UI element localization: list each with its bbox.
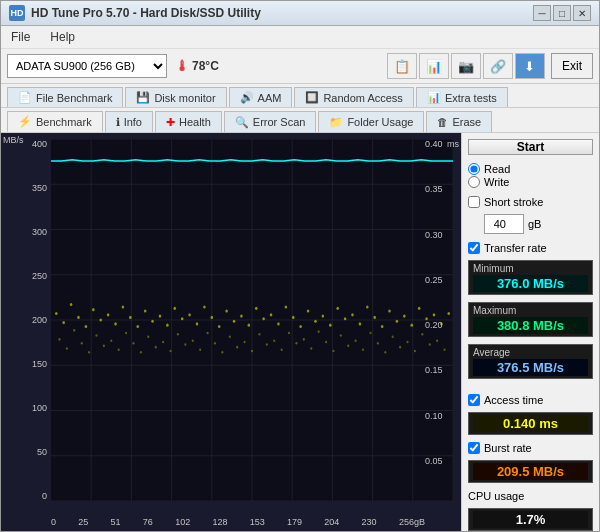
svg-point-36 xyxy=(174,307,177,310)
read-write-group: Read Write xyxy=(468,163,593,188)
tab-info[interactable]: ℹ Info xyxy=(105,111,153,132)
burst-rate-label: Burst rate xyxy=(484,442,532,454)
menu-help[interactable]: Help xyxy=(46,28,79,46)
svg-point-67 xyxy=(403,315,406,318)
sidebar: Start Read Write Short stroke g xyxy=(461,133,599,531)
svg-point-99 xyxy=(244,341,246,344)
svg-point-108 xyxy=(310,347,312,350)
tab-file-benchmark[interactable]: 📄 File Benchmark xyxy=(7,87,123,107)
svg-point-80 xyxy=(103,345,105,348)
toolbar-icons: 📋 📊 📷 🔗 ⬇ Exit xyxy=(387,53,593,79)
transfer-rate-checkbox[interactable] xyxy=(468,242,480,254)
toolbar-icon-5[interactable]: ⬇ xyxy=(515,53,545,79)
toolbar: ADATA SU900 (256 GB) 🌡 78°C 📋 📊 📷 🔗 ⬇ Ex… xyxy=(1,49,599,84)
toolbar-icon-3[interactable]: 📷 xyxy=(451,53,481,79)
svg-point-66 xyxy=(396,320,399,323)
svg-point-102 xyxy=(266,343,268,346)
write-radio[interactable] xyxy=(468,176,480,188)
main-window: HD HD Tune Pro 5.70 - Hard Disk/SSD Util… xyxy=(0,0,600,532)
svg-point-101 xyxy=(258,333,260,336)
svg-point-69 xyxy=(418,307,421,310)
tabs-row-1: 📄 File Benchmark 💾 Disk monitor 🔊 AAM 🔲 … xyxy=(1,84,599,108)
cpu-usage-item: CPU usage xyxy=(468,490,593,502)
tab-folder-usage[interactable]: 📁 Folder Usage xyxy=(318,111,424,132)
close-button[interactable]: ✕ xyxy=(573,5,591,21)
x-label-25: 25 xyxy=(78,517,88,527)
average-value: 376.5 MB/s xyxy=(473,359,588,376)
svg-point-86 xyxy=(147,336,149,339)
svg-point-85 xyxy=(140,351,142,354)
svg-point-42 xyxy=(218,325,221,328)
write-radio-item: Write xyxy=(468,176,593,188)
svg-point-53 xyxy=(299,325,302,328)
tab-erase[interactable]: 🗑 Erase xyxy=(426,111,492,132)
svg-point-59 xyxy=(344,317,347,320)
transfer-rate-item: Transfer rate xyxy=(468,242,593,254)
short-stroke-checkbox[interactable] xyxy=(468,196,480,208)
minimum-stat-box: Minimum 376.0 MB/s xyxy=(468,260,593,295)
svg-point-65 xyxy=(388,309,391,312)
x-label-179: 179 xyxy=(287,517,302,527)
svg-point-94 xyxy=(207,332,209,335)
svg-point-110 xyxy=(325,341,327,344)
x-label-230: 230 xyxy=(362,517,377,527)
exit-button[interactable]: Exit xyxy=(551,53,593,79)
tab-error-scan[interactable]: 🔍 Error Scan xyxy=(224,111,317,132)
window-controls: ─ □ ✕ xyxy=(533,5,591,21)
access-time-checkbox[interactable] xyxy=(468,394,480,406)
maximize-button[interactable]: □ xyxy=(553,5,571,21)
tab-aam[interactable]: 🔊 AAM xyxy=(229,87,293,107)
read-radio[interactable] xyxy=(468,163,480,175)
toolbar-icon-4[interactable]: 🔗 xyxy=(483,53,513,79)
svg-point-58 xyxy=(336,307,339,310)
tab-aam-label: AAM xyxy=(258,92,282,104)
svg-point-60 xyxy=(351,313,354,316)
svg-point-103 xyxy=(273,339,275,342)
svg-point-43 xyxy=(225,309,228,312)
svg-point-91 xyxy=(184,343,186,346)
svg-point-121 xyxy=(406,341,408,344)
y-label-right-025: 0.25 xyxy=(425,275,443,285)
y-label-right-020: 0.20 xyxy=(425,320,443,330)
burst-rate-checkbox[interactable] xyxy=(468,442,480,454)
tab-extra-tests[interactable]: 📊 Extra tests xyxy=(416,87,508,107)
tab-health[interactable]: ✚ Health xyxy=(155,111,222,132)
svg-point-50 xyxy=(277,322,280,325)
short-stroke-label: Short stroke xyxy=(484,196,543,208)
benchmark-chart xyxy=(51,139,453,501)
content-area: MB/s ms 400 350 300 250 200 150 100 50 0… xyxy=(1,133,599,531)
extra-tests-icon: 📊 xyxy=(427,91,441,104)
svg-point-111 xyxy=(332,350,334,353)
short-stroke-input[interactable] xyxy=(484,214,524,234)
tab-benchmark[interactable]: ⚡ Benchmark xyxy=(7,111,103,132)
temperature-display: 🌡 78°C xyxy=(175,58,219,74)
maximum-label: Maximum xyxy=(473,305,588,316)
svg-point-100 xyxy=(251,350,253,353)
start-button[interactable]: Start xyxy=(468,139,593,155)
aam-icon: 🔊 xyxy=(240,91,254,104)
svg-point-105 xyxy=(288,332,290,335)
svg-point-25 xyxy=(92,308,95,311)
svg-point-56 xyxy=(322,315,325,318)
disk-select[interactable]: ADATA SU900 (256 GB) xyxy=(7,54,167,78)
svg-point-21 xyxy=(62,321,65,324)
tab-disk-monitor[interactable]: 💾 Disk monitor xyxy=(125,87,226,107)
temperature-value: 78°C xyxy=(192,59,219,73)
y-label-150: 150 xyxy=(32,359,47,369)
tab-random-access[interactable]: 🔲 Random Access xyxy=(294,87,413,107)
svg-point-97 xyxy=(229,336,231,339)
y-label-350: 350 xyxy=(32,183,47,193)
tab-health-label: Health xyxy=(179,116,211,128)
folder-usage-icon: 📁 xyxy=(329,116,343,129)
svg-point-34 xyxy=(159,315,162,318)
menu-file[interactable]: File xyxy=(7,28,34,46)
toolbar-icon-2[interactable]: 📊 xyxy=(419,53,449,79)
minimize-button[interactable]: ─ xyxy=(533,5,551,21)
maximum-value: 380.8 MB/s xyxy=(473,317,588,334)
svg-point-68 xyxy=(410,324,413,327)
file-benchmark-icon: 📄 xyxy=(18,91,32,104)
toolbar-icon-1[interactable]: 📋 xyxy=(387,53,417,79)
svg-point-41 xyxy=(211,316,214,319)
svg-point-51 xyxy=(285,306,288,309)
svg-point-89 xyxy=(169,350,171,353)
